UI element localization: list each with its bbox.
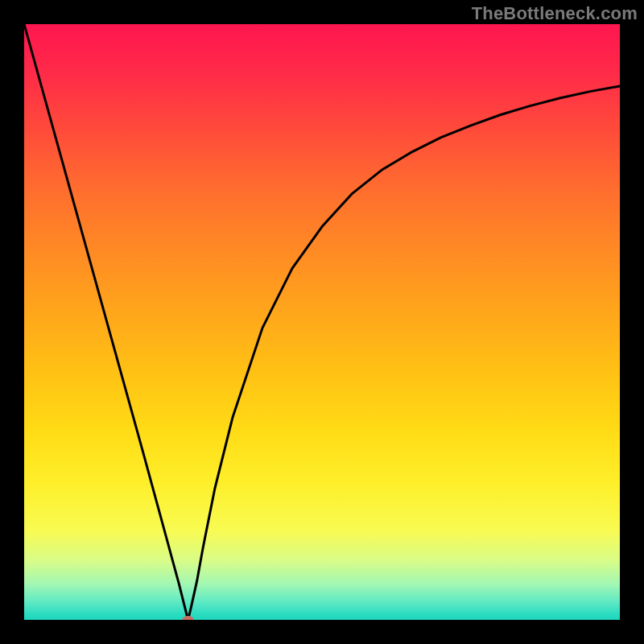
curve-svg <box>24 24 620 620</box>
outer-frame: TheBottleneck.com <box>0 0 644 644</box>
watermark-text: TheBottleneck.com <box>472 3 638 24</box>
bottleneck-curve <box>24 24 620 620</box>
min-point-marker <box>183 616 194 620</box>
chart-plot-area <box>24 24 620 620</box>
